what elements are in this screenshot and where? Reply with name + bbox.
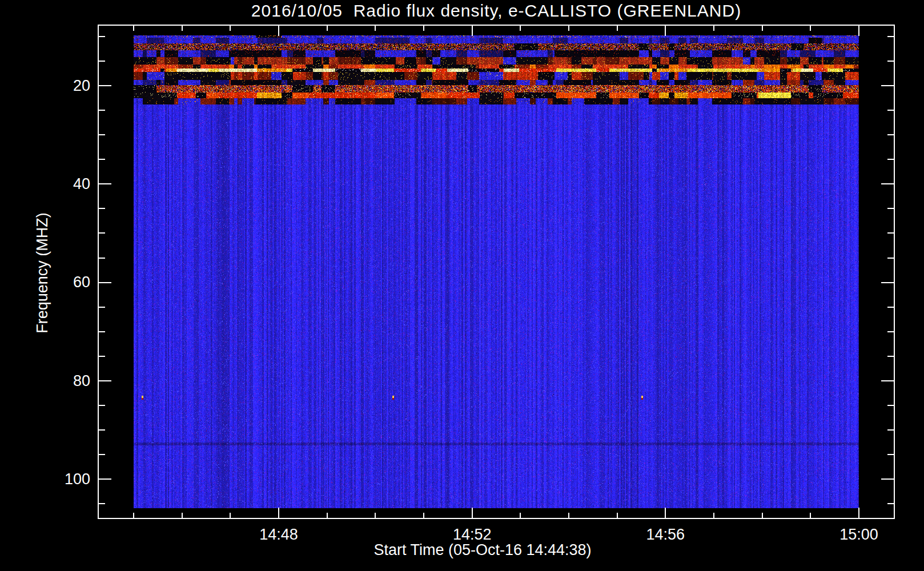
- x-minor-tick: [375, 513, 376, 518]
- y-minor-tick: [99, 208, 105, 209]
- x-minor-tick-top: [182, 26, 183, 31]
- y-major-tick-right: [881, 282, 894, 283]
- y-minor-tick-right: [887, 429, 894, 431]
- x-minor-tick: [617, 513, 618, 518]
- y-minor-tick: [99, 429, 105, 431]
- x-axis-title: Start Time (05-Oct-16 14:44:38): [373, 541, 591, 559]
- x-minor-tick-top: [230, 26, 231, 31]
- y-minor-tick: [99, 36, 105, 37]
- x-major-tick-top: [858, 26, 859, 36]
- spectrogram-page: 2016/10/05 Radio flux density, e-CALLIST…: [0, 0, 924, 571]
- y-major-tick-right: [881, 478, 894, 480]
- x-major-tick: [472, 508, 473, 518]
- x-minor-tick: [810, 513, 811, 518]
- x-major-tick-top: [665, 26, 666, 36]
- x-major-tick-top: [472, 26, 473, 36]
- x-minor-tick: [133, 513, 134, 518]
- y-minor-tick-right: [887, 503, 894, 504]
- y-major-tick-right: [881, 380, 894, 381]
- x-minor-tick: [713, 513, 714, 518]
- y-tick-label: 80: [0, 372, 90, 389]
- x-minor-tick-top: [133, 26, 134, 31]
- chart-title: 2016/10/05 Radio flux density, e-CALLIST…: [98, 1, 895, 21]
- y-major-tick: [99, 380, 111, 381]
- x-minor-tick-top: [568, 26, 569, 31]
- y-minor-tick: [99, 232, 105, 234]
- x-tick-label: 14:48: [259, 526, 298, 544]
- y-tick-label: 20: [0, 77, 90, 95]
- x-tick-label: 14:56: [646, 526, 685, 544]
- y-tick-label: 40: [0, 175, 90, 193]
- y-minor-tick-right: [887, 110, 894, 111]
- y-minor-tick-right: [887, 258, 894, 259]
- x-minor-tick: [423, 513, 424, 518]
- x-minor-tick-top: [810, 26, 811, 31]
- y-minor-tick: [99, 159, 105, 160]
- y-minor-tick: [99, 61, 105, 62]
- x-minor-tick: [182, 513, 183, 518]
- y-major-tick-right: [881, 85, 894, 86]
- y-minor-tick: [99, 110, 105, 111]
- y-minor-tick-right: [887, 134, 894, 135]
- x-major-tick: [858, 508, 859, 518]
- y-minor-tick: [99, 307, 105, 308]
- x-minor-tick-top: [375, 26, 376, 31]
- x-minor-tick: [762, 513, 763, 518]
- y-major-tick: [99, 478, 111, 480]
- x-minor-tick-top: [520, 26, 521, 31]
- x-minor-tick-top: [762, 26, 763, 31]
- y-major-tick-right: [881, 183, 894, 184]
- x-tick-label: 15:00: [839, 526, 878, 544]
- y-minor-tick-right: [887, 331, 894, 332]
- x-minor-tick: [327, 513, 328, 518]
- x-minor-tick-top: [327, 26, 328, 31]
- x-minor-tick-top: [617, 26, 618, 31]
- x-minor-tick: [568, 513, 569, 518]
- y-major-tick: [99, 282, 111, 283]
- x-major-tick: [665, 508, 666, 518]
- x-minor-tick-top: [423, 26, 424, 31]
- y-minor-tick: [99, 356, 105, 357]
- y-minor-tick: [99, 331, 105, 332]
- y-minor-tick-right: [887, 208, 894, 209]
- x-major-tick-top: [278, 26, 279, 36]
- y-minor-tick: [99, 503, 105, 504]
- y-minor-tick-right: [887, 61, 894, 62]
- y-minor-tick-right: [887, 405, 894, 406]
- y-minor-tick-right: [887, 356, 894, 357]
- x-minor-tick: [230, 513, 231, 518]
- y-minor-tick: [99, 405, 105, 406]
- y-minor-tick: [99, 134, 105, 135]
- y-minor-tick: [99, 454, 105, 455]
- y-axis-title: Frequency (MHZ): [34, 212, 51, 333]
- x-major-tick: [278, 508, 279, 518]
- y-major-tick: [99, 183, 111, 184]
- y-tick-label: 100: [0, 470, 90, 488]
- y-minor-tick-right: [887, 36, 894, 37]
- x-minor-tick-top: [713, 26, 714, 31]
- y-major-tick: [99, 85, 111, 86]
- y-minor-tick-right: [887, 454, 894, 455]
- y-minor-tick-right: [887, 307, 894, 308]
- y-minor-tick-right: [887, 159, 894, 160]
- x-minor-tick: [520, 513, 521, 518]
- y-minor-tick-right: [887, 232, 894, 234]
- spectrogram-canvas: [134, 35, 859, 508]
- y-minor-tick: [99, 258, 105, 259]
